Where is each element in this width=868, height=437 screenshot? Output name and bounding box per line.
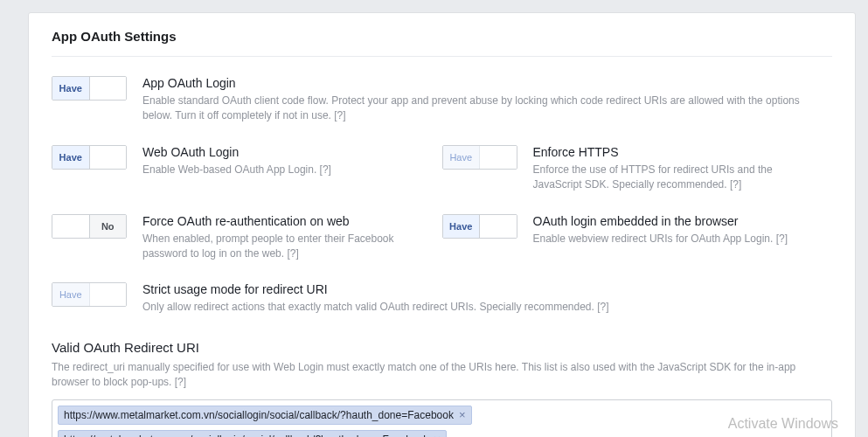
toggle-blank <box>90 146 127 169</box>
setting-title: Strict usage mode for redirect URI <box>142 282 832 296</box>
setting-strict: Have Strict usage mode for redirect URI … <box>52 282 832 315</box>
help-icon[interactable]: [?] <box>175 376 186 388</box>
help-icon[interactable]: [?] <box>730 178 741 191</box>
toggle-label-have: Have <box>443 146 481 169</box>
setting-desc: Enable webview redirect URIs for OAuth A… <box>533 232 821 246</box>
setting-desc: When enabled, prompt people to enter the… <box>142 232 430 262</box>
setting-desc: Enforce the use of HTTPS for redirect UR… <box>533 163 821 193</box>
setting-enforce-https: Have Enforce HTTPS Enforce the use of HT… <box>442 145 833 193</box>
toggle-force-reauth[interactable]: No <box>52 214 127 239</box>
page-title: App OAuth Settings <box>52 13 832 57</box>
toggle-enforce-https: Have <box>442 145 517 170</box>
help-icon[interactable]: [?] <box>597 301 608 313</box>
valid-redirect-desc: The redirect_uri manually specified for … <box>52 360 832 391</box>
setting-title: Force OAuth re-authentication on web <box>142 214 430 228</box>
toggle-strict: Have <box>52 282 127 307</box>
toggle-label-have: Have <box>52 77 90 100</box>
redirect-uri-input[interactable]: https://www.metalmarket.com.vn/sociallog… <box>52 399 832 437</box>
toggle-blank <box>480 146 517 169</box>
setting-title: OAuth login embedded in the browser <box>533 214 821 228</box>
close-icon[interactable]: × <box>434 434 441 437</box>
help-icon[interactable]: [?] <box>287 247 298 260</box>
setting-title: App OAuth Login <box>142 76 832 90</box>
setting-title: Web OAuth Login <box>142 145 430 159</box>
toggle-label-have: Have <box>52 146 90 169</box>
valid-redirect-title: Valid OAuth Redirect URI <box>52 340 832 355</box>
uri-chip-label: https://www.metalmarket.com.vn/sociallog… <box>64 409 454 421</box>
setting-force-reauth: No Force OAuth re-authentication on web … <box>52 214 442 262</box>
toggle-label-no: No <box>89 215 127 238</box>
uri-chip[interactable]: https://metalmarket.com.vn/sociallogin/s… <box>58 430 447 437</box>
help-icon[interactable]: [?] <box>334 109 345 121</box>
toggle-label-have: Have <box>52 283 90 306</box>
toggle-label-have: Have <box>443 215 481 238</box>
setting-title: Enforce HTTPS <box>533 145 821 159</box>
toggle-blank <box>480 215 517 238</box>
toggle-blank <box>52 215 89 238</box>
setting-desc: Enable standard OAuth client code flow. … <box>142 94 832 124</box>
setting-web-oauth: Have Web OAuth Login Enable Web-based OA… <box>52 145 442 193</box>
toggle-web-oauth[interactable]: Have <box>52 145 127 170</box>
toggle-blank <box>90 283 127 306</box>
setting-desc: Enable Web-based OAuth App Login. [?] <box>142 163 430 177</box>
setting-app-oauth: Have App OAuth Login Enable standard OAu… <box>52 76 832 124</box>
setting-embedded: Have OAuth login embedded in the browser… <box>442 214 833 262</box>
uri-chip[interactable]: https://www.metalmarket.com.vn/sociallog… <box>58 406 472 425</box>
help-icon[interactable]: [?] <box>776 232 788 245</box>
toggle-embedded[interactable]: Have <box>442 214 517 239</box>
help-icon[interactable]: [?] <box>320 163 331 176</box>
setting-desc: Only allow redirect actions that exactly… <box>142 300 832 315</box>
toggle-app-oauth[interactable]: Have <box>52 76 127 101</box>
toggle-blank <box>90 77 127 100</box>
uri-chip-label: https://metalmarket.com.vn/sociallogin/s… <box>64 434 428 437</box>
close-icon[interactable]: × <box>459 409 466 420</box>
